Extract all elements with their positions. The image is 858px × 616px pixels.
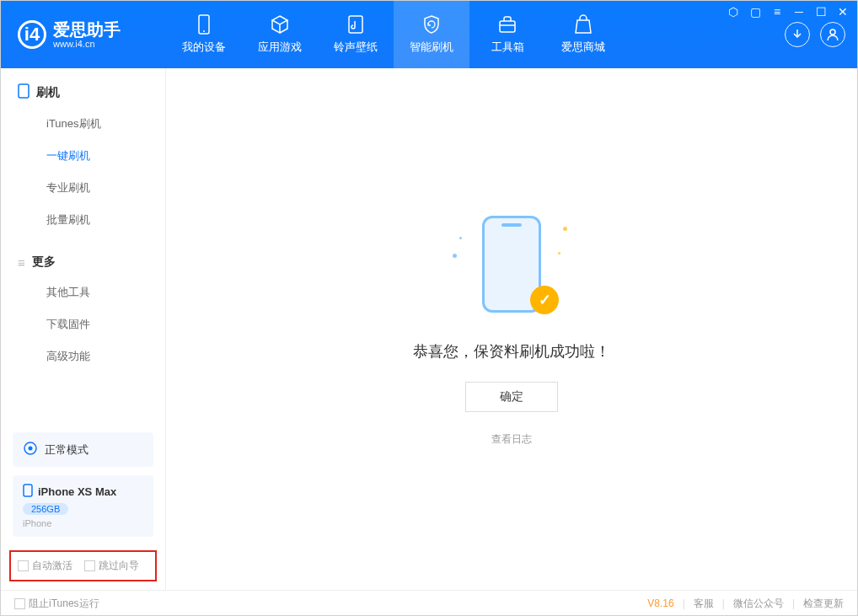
lock-icon[interactable]: ▢: [748, 5, 762, 19]
checkbox-icon: [18, 560, 29, 571]
svg-rect-8: [24, 485, 32, 496]
footer-link-update[interactable]: 检查更新: [803, 597, 844, 611]
device-icon: [194, 14, 214, 35]
mode-label: 正常模式: [45, 442, 88, 458]
tab-toolbox[interactable]: 工具箱: [469, 1, 545, 68]
svg-point-1: [203, 30, 205, 32]
svg-point-4: [830, 29, 835, 35]
checkbox-auto-activate[interactable]: 自动激活: [18, 559, 72, 573]
tab-my-device[interactable]: 我的设备: [166, 1, 242, 68]
download-button[interactable]: [785, 22, 810, 47]
sidebar-item-pro-flash[interactable]: 专业刷机: [1, 172, 165, 204]
tab-label: 铃声壁纸: [334, 40, 378, 55]
sidebar-section-flash: 刷机 iTunes刷机 一键刷机 专业刷机 批量刷机: [1, 68, 165, 239]
highlight-checks: 自动激活 跳过向导: [9, 550, 157, 581]
success-illustration: ✓: [453, 212, 571, 321]
sidebar-header-label: 更多: [32, 254, 56, 270]
sparkle-icon: [563, 227, 567, 231]
shirt-icon[interactable]: ⬡: [727, 5, 740, 19]
checkbox-label: 跳过向导: [99, 559, 139, 573]
sidebar-item-advanced[interactable]: 高级功能: [1, 340, 165, 372]
tab-label: 应用游戏: [258, 40, 302, 55]
checkbox-skip-guide[interactable]: 跳过向导: [84, 559, 139, 573]
device-name-row: iPhone XS Max: [23, 484, 143, 500]
nav-tabs: 我的设备 应用游戏 铃声壁纸 智能刷机 工具箱 爱思商城: [166, 1, 621, 68]
tab-label: 智能刷机: [410, 40, 453, 55]
svg-point-7: [29, 447, 33, 451]
tab-smart-flash[interactable]: 智能刷机: [394, 1, 469, 68]
minimize-button[interactable]: ─: [792, 5, 806, 19]
separator: |: [683, 597, 685, 609]
device-storage: 256GB: [23, 503, 68, 515]
maximize-button[interactable]: ☐: [814, 5, 828, 19]
separator: |: [792, 597, 795, 609]
device-name: iPhone XS Max: [38, 485, 116, 498]
sidebar-item-download-firmware[interactable]: 下载固件: [1, 308, 165, 340]
sidebar-header-label: 刷机: [36, 85, 60, 100]
main-content: ✓ 恭喜您，保资料刷机成功啦！ 确定 查看日志: [166, 68, 857, 590]
sidebar-header-more: ≡ 更多: [1, 254, 165, 270]
logo-icon: i4: [18, 20, 46, 49]
success-message: 恭喜您，保资料刷机成功啦！: [413, 341, 610, 362]
shopping-bag-icon: [573, 14, 593, 35]
checkbox-icon: [84, 560, 95, 571]
header-right: [785, 22, 857, 47]
version-label: V8.16: [647, 597, 673, 609]
checkbox-icon: [14, 598, 25, 609]
tab-apps-games[interactable]: 应用游戏: [242, 1, 318, 68]
sidebar-section-more: ≡ 更多 其他工具 下载固件 高级功能: [1, 239, 165, 376]
mode-icon: [23, 441, 38, 458]
tab-ringtones-wallpapers[interactable]: 铃声壁纸: [318, 1, 394, 68]
checkbox-block-itunes[interactable]: 阻止iTunes运行: [14, 597, 99, 611]
separator: |: [722, 597, 725, 609]
toolbox-icon: [497, 14, 517, 35]
menu-icon[interactable]: ≡: [770, 5, 784, 19]
logo-text: 爱思助手 www.i4.cn: [53, 20, 121, 49]
sidebar-item-itunes-flash[interactable]: iTunes刷机: [1, 108, 165, 140]
footer-link-wechat[interactable]: 微信公众号: [733, 597, 784, 611]
sidebar-item-other-tools[interactable]: 其他工具: [1, 276, 165, 308]
header: i4 爱思助手 www.i4.cn 我的设备 应用游戏 铃声壁纸 智能刷机 工具…: [1, 1, 857, 68]
svg-rect-2: [349, 16, 362, 33]
checkmark-badge-icon: ✓: [530, 286, 559, 314]
sidebar-header-flash: 刷机: [1, 83, 165, 101]
app-title: 爱思助手: [53, 20, 121, 39]
tab-label: 工具箱: [491, 40, 524, 55]
mode-box[interactable]: 正常模式: [13, 432, 153, 467]
footer-right: V8.16 | 客服 | 微信公众号 | 检查更新: [647, 597, 844, 611]
ok-button[interactable]: 确定: [465, 382, 558, 412]
body: 刷机 iTunes刷机 一键刷机 专业刷机 批量刷机 ≡ 更多 其他工具 下载固…: [1, 68, 857, 590]
sidebar: 刷机 iTunes刷机 一键刷机 专业刷机 批量刷机 ≡ 更多 其他工具 下载固…: [1, 68, 166, 590]
sparkle-icon: [459, 237, 462, 239]
logo[interactable]: i4 爱思助手 www.i4.cn: [1, 20, 166, 49]
phone-icon: [18, 83, 29, 101]
tab-store[interactable]: 爱思商城: [545, 1, 621, 68]
checkbox-label: 阻止iTunes运行: [29, 597, 99, 611]
device-type: iPhone: [23, 518, 143, 528]
device-box[interactable]: iPhone XS Max 256GB iPhone: [13, 475, 153, 537]
sidebar-item-batch-flash[interactable]: 批量刷机: [1, 204, 165, 236]
phone-small-icon: [23, 484, 33, 500]
footer: 阻止iTunes运行 V8.16 | 客服 | 微信公众号 | 检查更新: [1, 590, 857, 616]
view-log-link[interactable]: 查看日志: [491, 432, 532, 447]
sparkle-icon: [558, 252, 560, 254]
sparkle-icon: [453, 254, 457, 258]
tab-label: 爱思商城: [561, 40, 605, 55]
checkbox-label: 自动激活: [32, 559, 72, 573]
footer-link-support[interactable]: 客服: [694, 597, 714, 611]
svg-rect-3: [500, 21, 515, 32]
cube-icon: [270, 14, 290, 35]
shield-refresh-icon: [421, 14, 442, 35]
music-file-icon: [346, 14, 366, 35]
window-controls: ⬡ ▢ ≡ ─ ☐ ✕: [727, 5, 850, 19]
tab-label: 我的设备: [182, 40, 226, 55]
close-button[interactable]: ✕: [836, 5, 850, 19]
user-button[interactable]: [820, 22, 845, 47]
list-icon: ≡: [18, 255, 25, 270]
app-url: www.i4.cn: [53, 39, 121, 49]
sidebar-item-oneclick-flash[interactable]: 一键刷机: [1, 140, 165, 172]
svg-rect-5: [19, 84, 29, 98]
